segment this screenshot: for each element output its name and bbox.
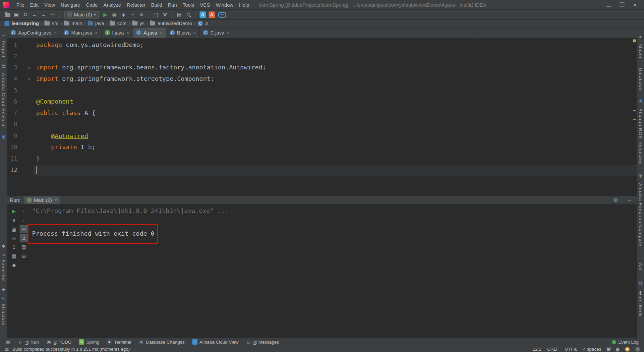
toolwindow-switcher[interactable]: ▦ <box>2 338 14 346</box>
run-with-coverage-icon[interactable]: ◈ <box>119 10 128 19</box>
close-icon[interactable]: × <box>160 30 163 36</box>
close-icon[interactable]: × <box>126 30 129 36</box>
warning-stripe-mark[interactable] <box>633 110 636 111</box>
file-encoding[interactable]: UTF-8 <box>565 347 577 352</box>
menu-item-edit[interactable]: Edit <box>27 1 41 8</box>
editor-layout-icon[interactable]: ▤ <box>175 10 184 19</box>
toolwindow-spring[interactable]: SSpring <box>75 338 103 346</box>
tab-main-java[interactable]: CMain.java× <box>61 27 102 38</box>
code-editor[interactable]: 1 2 3∨4∧5 6 7 8 9 10 11 12 package com.y… <box>7 38 637 196</box>
alibaba-cloud-icon[interactable] <box>218 12 226 17</box>
synchronize-icon[interactable]: ↻ <box>21 10 30 19</box>
menu-item-tools[interactable]: Tools <box>180 1 197 8</box>
toolwindow-alibaba-function-compute[interactable]: Alibaba Function Compute <box>638 183 643 246</box>
down-stack-trace-icon[interactable]: ↓ <box>20 216 28 224</box>
menu-item-build[interactable]: Build <box>148 1 165 8</box>
code-area[interactable]: package com.ys.autowiredDemo; import org… <box>33 38 637 196</box>
clear-console-icon[interactable]: ⊟ <box>20 252 28 260</box>
menu-item-vcs[interactable]: VCS <box>197 1 213 8</box>
rerun-icon[interactable]: ▶ <box>10 207 18 216</box>
event-log[interactable]: Event Log <box>608 338 642 346</box>
maximize-button[interactable] <box>619 2 624 8</box>
tab-appconfig-java[interactable]: CAppConfig.java× <box>7 27 61 38</box>
maven-icon[interactable]: m <box>639 34 642 39</box>
toolwindow-run[interactable]: ▷4: Run <box>14 338 43 346</box>
line-separator[interactable]: CRLF <box>547 347 559 352</box>
toolwindow-todo[interactable]: ▣6: TODO <box>43 338 75 346</box>
breadcrumb-item-main[interactable]: main <box>63 20 83 26</box>
fold-icon[interactable]: ∧ <box>17 73 33 85</box>
menu-item-help[interactable]: Help <box>236 1 252 8</box>
notification-bell-icon[interactable] <box>616 348 620 351</box>
cloud-toolkit-icon[interactable]: A <box>199 11 206 18</box>
menu-item-window[interactable]: Window <box>213 1 236 8</box>
stop-icon[interactable]: ■ <box>10 216 18 224</box>
menu-item-navigate[interactable]: Navigate <box>58 1 83 8</box>
aliyun-plugin-icon[interactable]: A <box>209 11 215 18</box>
run-configuration-select[interactable]: Main (2)▾ <box>64 11 99 18</box>
pin-tab-icon[interactable]: ◆ <box>10 261 18 270</box>
menu-item-code[interactable]: Code <box>83 1 101 8</box>
toolwindow-alibaba-cloud-view[interactable]: –Alibaba Cloud View <box>188 338 242 346</box>
toolwindow-database[interactable]: Database <box>638 68 643 91</box>
alibaba-function-compute-icon[interactable]: ◉ <box>639 173 643 178</box>
soft-wrap-icon[interactable]: ↩ <box>20 225 28 233</box>
console-settings-icon[interactable]: ⊙ <box>10 234 18 242</box>
menu-item-view[interactable]: View <box>42 1 58 8</box>
import-dump-icon[interactable]: ↥ <box>10 243 18 251</box>
tab-a-java[interactable]: CA.java× <box>133 27 166 38</box>
inspection-indicator-icon[interactable] <box>633 40 636 43</box>
tab-c-java[interactable]: CC.java× <box>200 27 233 38</box>
toolwindow-terminal[interactable]: >Terminal <box>103 338 135 346</box>
status-indicator-icon[interactable] <box>635 347 640 351</box>
alibaba-cloud-explorer-icon[interactable]: ◉ <box>2 134 6 139</box>
toolwindow-alibaba-ros-templates[interactable]: Alibaba ROS Templates <box>638 109 643 165</box>
stop-icon[interactable]: ■ <box>137 10 146 19</box>
settings-gear-icon[interactable]: ⚙ <box>610 197 621 203</box>
toolwindow-structure[interactable]: 7: Structure <box>1 297 6 326</box>
tab-b-java[interactable]: CB.java× <box>166 27 200 38</box>
alibaba-ros-icon[interactable]: ◉ <box>639 98 643 103</box>
debug-icon[interactable]: ◉ <box>110 10 119 19</box>
menu-item-analyze[interactable]: Analyze <box>101 1 124 8</box>
dump-threads-icon[interactable]: ▣ <box>10 225 18 233</box>
g-plugin-icon[interactable]: G <box>625 347 630 351</box>
toolwindow-maven[interactable]: Maven <box>638 44 643 60</box>
breadcrumb-item-src[interactable]: src <box>43 20 60 26</box>
scroll-to-end-icon[interactable]: ⇊ <box>20 234 28 242</box>
profiler-icon[interactable]: ◔ <box>128 10 137 19</box>
console-output[interactable]: "C:\Program Files\Java\jdk1.8.0_241\bin\… <box>31 204 637 338</box>
breadcrumb-item-learnspring[interactable]: learnSpring <box>3 20 40 26</box>
restore-layout-icon[interactable]: ▦ <box>10 252 18 260</box>
pin-icon[interactable]: ◆ <box>2 243 5 248</box>
open-icon[interactable] <box>3 10 12 19</box>
breadcrumb-item-com[interactable]: com <box>109 20 128 26</box>
fold-icon[interactable]: ∨ <box>17 62 33 73</box>
run-tab[interactable]: Main (2) × <box>24 196 60 204</box>
close-icon[interactable]: × <box>54 30 57 36</box>
close-icon[interactable]: × <box>227 30 230 36</box>
menu-item-run[interactable]: Run <box>165 1 180 8</box>
indent-size[interactable]: 4 spaces <box>583 347 601 352</box>
minimize-button[interactable] <box>606 2 611 8</box>
up-stack-trace-icon[interactable]: ↑ <box>20 207 28 216</box>
toolwindow-alibaba-cloud-explorer[interactable]: Alibaba Cloud Explorer <box>1 73 6 129</box>
toolwindow-quick-access-icon[interactable]: ▦ <box>4 346 9 352</box>
attach-to-process-icon[interactable]: ▢ <box>152 10 160 19</box>
breadcrumb-item-autowireddemo[interactable]: autowiredDemo <box>149 20 193 26</box>
breadcrumb-item-a[interactable]: CA <box>196 20 210 26</box>
toolwindow-favorites[interactable]: 2: Favorites <box>1 253 6 282</box>
breadcrumb-item-java[interactable]: java <box>86 20 105 26</box>
warning-stripe-mark[interactable] <box>633 119 636 120</box>
toolwindow-messages[interactable]: ◻0: Messages <box>242 338 283 346</box>
readonly-lock-icon[interactable] <box>607 348 610 351</box>
menu-item-file[interactable]: File <box>13 1 27 8</box>
tab-i-java[interactable]: II.java× <box>101 27 133 38</box>
caret-position[interactable]: 12:1 <box>533 347 541 352</box>
undo-icon[interactable]: ↶ <box>49 10 57 19</box>
close-icon[interactable]: × <box>95 30 98 36</box>
favorites-star-icon[interactable]: ★ <box>1 287 5 292</box>
save-all-icon[interactable]: ▣ <box>12 10 21 19</box>
close-icon[interactable]: × <box>54 197 57 203</box>
toolwindow-ant[interactable]: Ant <box>638 263 643 271</box>
